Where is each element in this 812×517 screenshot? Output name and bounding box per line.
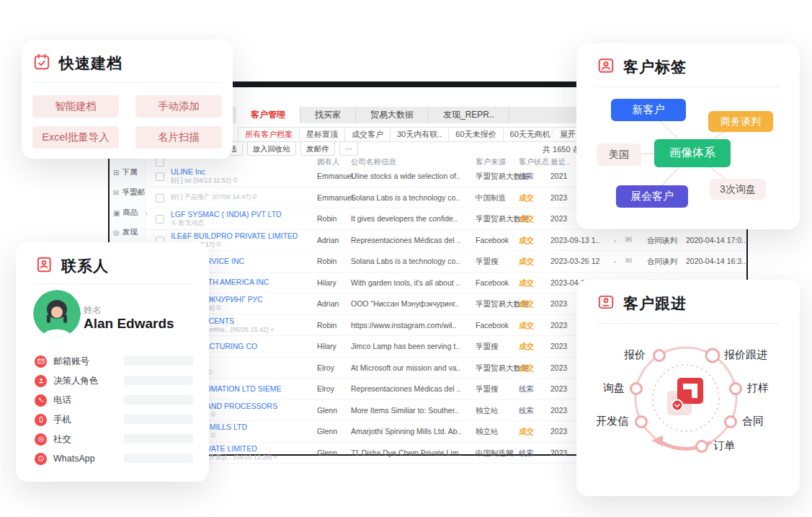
id-badge-icon xyxy=(597,293,615,314)
company-info-cell: Solana Labs is a technology co.. xyxy=(351,257,470,265)
field-phone: 电话 xyxy=(35,393,71,407)
sort-icon: ↕ xyxy=(351,157,354,164)
owner-cell: Emmanuel xyxy=(317,193,353,202)
company-activity: ① 暂无动态 xyxy=(171,219,315,227)
field-value-placeholder xyxy=(124,454,193,463)
contact-card: 联系人 姓名 Alan Edwards 邮箱账号 决策人角色 xyxy=(16,242,209,482)
product-icon: ▣ xyxy=(113,209,120,217)
follow-up-card: 客户跟进 xyxy=(576,280,800,496)
send-mail-button[interactable]: 发邮件 xyxy=(300,141,335,156)
subtab[interactable]: 成交客户 xyxy=(345,127,391,142)
status-badge: 成交 xyxy=(519,321,534,331)
tag-connector-lines xyxy=(576,43,800,229)
subtab[interactable]: 30天内有联.. xyxy=(391,127,449,142)
excel-import-button[interactable]: Excel批量导入 xyxy=(32,126,119,149)
sidebar-item-products[interactable]: ▣商品› xyxy=(113,208,148,218)
subtab[interactable]: 星标置顶 xyxy=(300,127,345,142)
company-info-cell: 71 Disha Dye Chem Private Lim.. xyxy=(351,448,470,457)
avatar xyxy=(33,290,81,337)
status-badge: 成交 xyxy=(519,299,534,309)
empty-cell: - xyxy=(614,236,617,244)
company-activity: 好[ ] se (04/13 11:52) © xyxy=(171,177,315,185)
tab-customer-management[interactable]: 客户管理 xyxy=(236,107,300,123)
field-email: 邮箱账号 xyxy=(35,354,89,368)
owner-cell: Glenn xyxy=(317,427,337,436)
company-name-link[interactable]: ILE&F BUILDPRO PRIVATE LIMITED xyxy=(171,231,315,241)
status-badge: 线索 xyxy=(519,172,534,182)
tag-profile-system: 画像体系 xyxy=(654,139,731,167)
total-count: 共 1650 条 xyxy=(543,144,581,155)
owner-cell: Emmanuel xyxy=(317,172,353,180)
customer-tags-card: 客户标签 新客户 商务谈判 美国 画像体系 展会客户 3次询盘 xyxy=(576,43,800,229)
manual-add-button[interactable]: 手动添加 xyxy=(135,95,222,118)
org-icon: ⊞ xyxy=(113,169,119,177)
owner-cell: Robin xyxy=(317,257,336,265)
status-badge: 线索 xyxy=(519,448,534,459)
field-label: 决策人角色 xyxy=(53,375,99,387)
owner-cell: Adrian xyxy=(317,236,339,244)
company-name-link[interactable]: ULINE Inc xyxy=(171,167,315,177)
mail-icon[interactable]: ✉ xyxy=(625,256,632,265)
subtab[interactable]: 60天未报价 xyxy=(449,127,503,142)
mail-icon[interactable]: ✉ xyxy=(625,235,632,244)
field-label: 邮箱账号 xyxy=(53,355,89,368)
tab-trade-bigdata[interactable]: 贸易大数据 xyxy=(356,107,429,123)
step-order: 订单 xyxy=(713,439,735,453)
owner-cell: Glenn xyxy=(317,406,337,415)
company-name-link[interactable]: LGF SYSMAC ( INDIA) PVT LTD xyxy=(171,210,315,219)
phone-icon xyxy=(35,394,47,407)
card-title: 客户跟进 xyxy=(623,293,687,314)
field-value-placeholder xyxy=(124,376,193,385)
tab-find-buyers[interactable]: 找买家 xyxy=(300,107,356,123)
tab-discover[interactable]: 发现_REPR.. xyxy=(429,107,509,123)
status-badge: 成交 xyxy=(519,427,534,437)
card-scan-button[interactable]: 名片扫描 xyxy=(135,126,222,149)
company-info-cell: https://www.instagram.com/wil.. xyxy=(351,321,470,330)
company-info-cell: Jimco Lamp has been serving t.. xyxy=(351,342,470,350)
step-quote-follow: 报价跟进 xyxy=(724,348,767,362)
tag-new-customer: 新客户 xyxy=(611,99,686,121)
company-activity: 好[ ] 产品推广 (07/08 14:47) © xyxy=(171,193,315,201)
contact-book-icon xyxy=(35,255,53,277)
filter-subtabs: 所有客户档案星标置顶成交客户30天内有联..60天未报价60天无商机 xyxy=(238,127,558,142)
table-row[interactable]: RES @SERVICE INC Robin Solana Labs is a … xyxy=(146,251,746,273)
recent-date-cell: 2023-09-13 1.. xyxy=(550,236,605,244)
row-checkbox[interactable] xyxy=(156,215,164,224)
sidebar-item-label: 发现 xyxy=(122,227,138,237)
name-field-label: 姓名 xyxy=(84,304,102,317)
tag-business-negotiation: 商务谈判 xyxy=(708,111,773,132)
row-checkbox[interactable] xyxy=(156,194,164,203)
sidebar-item-label: 下属 xyxy=(122,167,137,177)
subtab[interactable]: 所有客户档案 xyxy=(238,127,300,142)
more-actions-button[interactable]: ··· xyxy=(339,141,359,156)
status-badge: 成交 xyxy=(519,342,534,352)
subtab[interactable]: 60天无商机 xyxy=(504,127,558,142)
created-date-cell: 2020-04-14 17:0.. xyxy=(686,236,746,244)
page: 客户管理 找买家 贸易大数据 发现_REPR.. 所有客户档案星标置顶成交客户3… xyxy=(0,0,812,517)
step-dev-letter: 开发信 xyxy=(596,415,628,428)
person-icon xyxy=(35,375,47,387)
mobile-icon xyxy=(35,414,47,426)
owner-cell: Adrian xyxy=(317,299,339,308)
status-badge: 成交 xyxy=(519,193,534,203)
card-title: 联系人 xyxy=(61,256,109,276)
sidebar-item-discover[interactable]: ◎发现 xyxy=(113,227,138,237)
table-row[interactable]: ILE&F BUILDPRO PRIVATE LIMITED 9 (09/13 … xyxy=(146,230,746,252)
owner-cell: Robin xyxy=(317,321,336,330)
owner-cell: Hilary xyxy=(317,278,336,287)
created-date-cell: 2020-04-14 16:3.. xyxy=(686,257,746,265)
recycle-bin-button[interactable]: 放入回收站 xyxy=(247,141,297,156)
empty-cell: - xyxy=(614,257,617,265)
field-label: WhatsApp xyxy=(53,454,95,464)
company-cell: ULINE Inc 好[ ] se (04/13 11:52) © xyxy=(171,166,315,186)
field-value-placeholder xyxy=(124,395,193,405)
step-quote: 报价 xyxy=(624,348,646,362)
company-cell: 好[ ] 产品推广 (07/08 14:47) © xyxy=(171,187,315,208)
smart-create-button[interactable]: 智能建档 xyxy=(32,95,119,118)
tag-3-inquiries: 3次询盘 xyxy=(710,179,766,200)
sidebar-item-fumao-mail[interactable]: ✉孚盟邮 xyxy=(113,187,145,198)
company-info-cell: It gives developers the confide.. xyxy=(351,214,470,223)
sidebar-item-subordinates[interactable]: ⊞下属 xyxy=(113,167,137,177)
status-badge: 线索 xyxy=(519,384,534,394)
row-checkbox[interactable] xyxy=(156,172,164,181)
